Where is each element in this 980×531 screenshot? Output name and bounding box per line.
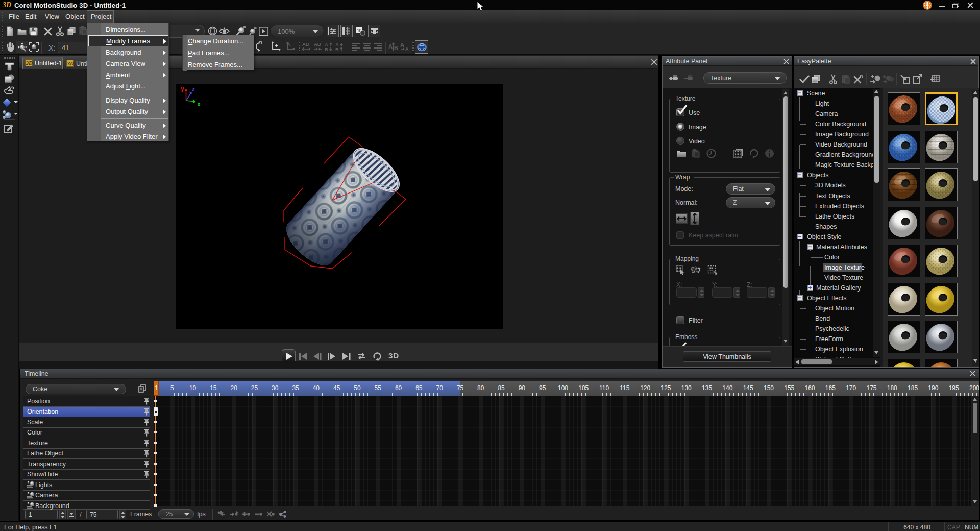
svg-text:x: x — [197, 101, 201, 108]
svg-text:B: B — [335, 46, 339, 52]
svg-text:B: B — [325, 46, 328, 52]
svg-text:z: z — [192, 86, 195, 93]
svg-text:3D: 3D — [26, 60, 33, 66]
svg-text:AB: AB — [314, 42, 321, 47]
svg-text:A: A — [405, 46, 409, 52]
svg-text:AB: AB — [302, 42, 309, 47]
svg-text:3D: 3D — [67, 60, 75, 66]
svg-text:B: B — [394, 45, 398, 51]
svg-text:y: y — [181, 85, 184, 92]
svg-text:A: A — [400, 42, 404, 48]
